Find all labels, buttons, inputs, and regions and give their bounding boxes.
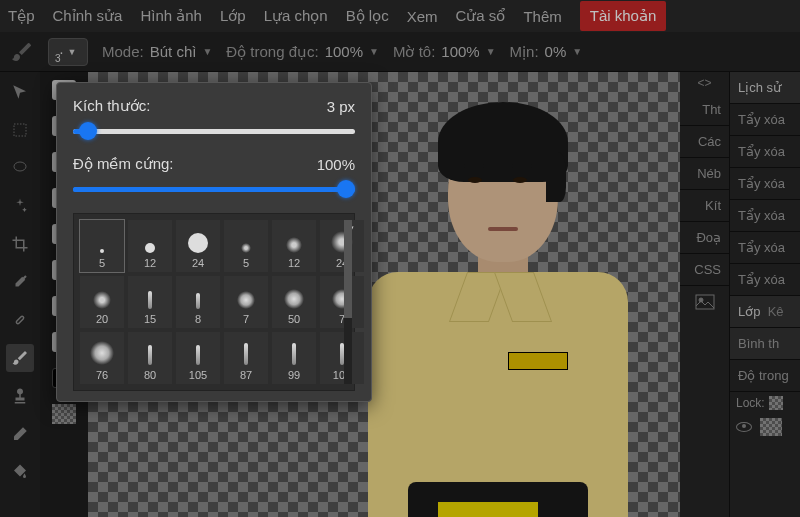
mode-select[interactable]: Mode: Bút chì ▼ [102,43,212,60]
size-value[interactable]: 3 [327,98,335,115]
menu-layer[interactable]: Lớp [220,7,246,25]
svg-point-1 [14,162,26,171]
image-icon[interactable] [680,286,729,318]
crop-tool[interactable] [6,230,34,258]
presets-scrollbar[interactable] [344,220,352,384]
hardness-label: Độ mềm cứng: [73,155,174,173]
blend-mode-select[interactable]: Bình th [730,328,800,360]
lasso-tool[interactable] [6,154,34,182]
preset-thumb[interactable] [52,404,76,424]
menu-bar: Tệp Chỉnh sửa Hình ảnh Lớp Lựa chọn Bộ l… [0,0,800,32]
layer-thumbnail [760,418,782,436]
brush-preset[interactable]: 24 [176,220,220,272]
size-slider[interactable] [73,121,355,141]
layers-panel-tabs: Lớp Kê [730,296,800,328]
svg-rect-0 [14,124,26,136]
menu-window[interactable]: Cửa sổ [456,7,506,25]
brush-preset[interactable]: 20 [80,276,124,328]
brush-presets-grid: 512245122420158750776801058799100 [80,220,348,384]
chevron-down-icon: ▼ [572,46,582,57]
flow-control[interactable]: Mờ tô: 100% ▼ [393,43,496,61]
chevron-down-icon: ▼ [202,46,212,57]
panel-tab[interactable]: CSS [680,254,729,286]
brush-size-value: 3 [55,53,61,64]
brush-preset[interactable]: 12 [128,220,172,272]
menu-image[interactable]: Hình ảnh [140,7,202,25]
brush-preset[interactable]: 7 [224,276,268,328]
brush-preset[interactable]: 76 [80,332,124,384]
brush-tool[interactable] [6,344,34,372]
layer-row[interactable] [730,414,800,440]
brush-preset[interactable]: 15 [128,276,172,328]
menu-view[interactable]: Xem [407,8,438,25]
tool-palette [0,72,40,517]
menu-file[interactable]: Tệp [8,7,35,25]
wand-tool[interactable] [6,192,34,220]
bucket-tool[interactable] [6,458,34,486]
panel-tab[interactable]: Néb [680,158,729,190]
panel-tab[interactable]: Các [680,126,729,158]
brush-preset[interactable]: 8 [176,276,220,328]
chevron-down-icon: ▼ [369,46,379,57]
menu-select[interactable]: Lựa chọn [264,7,328,25]
lock-transparency-icon[interactable] [769,396,783,410]
tab-channels[interactable]: Kê [768,304,784,319]
brush-size-dropdown[interactable]: · 3 ▼ [48,38,88,66]
svg-rect-2 [16,316,24,324]
panel-tab[interactable]: Kít [680,190,729,222]
svg-rect-3 [696,295,714,309]
right-panels: <> Tht Các Néb Kít Đoạ CSS Lịch sử Tẩy x… [680,72,800,517]
menu-edit[interactable]: Chỉnh sửa [53,7,123,25]
collapse-icon[interactable]: <> [680,72,729,94]
brush-preset[interactable]: 105 [176,332,220,384]
menu-more[interactable]: Thêm [523,8,561,25]
brush-preset[interactable]: 7 [320,276,364,328]
hardness-slider[interactable] [73,179,355,199]
brush-preset[interactable]: 5 [224,220,268,272]
history-item[interactable]: Tẩy xóa [730,136,800,168]
panel-tab[interactable]: Đoạ [680,222,729,254]
visibility-icon[interactable] [736,422,752,432]
history-panel-header[interactable]: Lịch sử [730,72,800,104]
layer-opacity[interactable]: Độ trong [730,360,800,392]
marquee-tool[interactable] [6,116,34,144]
eraser-tool[interactable] [6,420,34,448]
size-label: Kích thước: [73,97,150,115]
stamp-tool[interactable] [6,382,34,410]
brush-preset[interactable]: 99 [272,332,316,384]
hardness-value[interactable]: 100% [275,156,355,173]
brush-preset[interactable]: 24 [320,220,364,272]
lock-controls[interactable]: Lock: [730,392,800,414]
brush-preset[interactable]: 12 [272,220,316,272]
history-item[interactable]: Tẩy xóa [730,168,800,200]
brush-settings-popup: Kích thước: 3 px Độ mềm cứng: 100% 51224… [56,82,372,402]
chevron-down-icon: ▼ [486,46,496,57]
brush-preset[interactable]: 87 [224,332,268,384]
brush-preset[interactable]: 100 [320,332,364,384]
panel-tab[interactable]: Tht [680,94,729,126]
brush-preset[interactable]: 80 [128,332,172,384]
history-item[interactable]: Tẩy xóa [730,200,800,232]
menu-account[interactable]: Tài khoản [580,1,667,31]
menu-filter[interactable]: Bộ lọc [346,7,389,25]
tab-layers[interactable]: Lớp [738,304,760,319]
chevron-down-icon: ▼ [67,47,76,57]
history-item[interactable]: Tẩy xóa [730,264,800,296]
move-tool[interactable] [6,78,34,106]
opacity-control[interactable]: Độ trong đục: 100% ▼ [226,43,379,61]
heal-tool[interactable] [6,306,34,334]
options-bar: · 3 ▼ Mode: Bút chì ▼ Độ trong đục: 100%… [0,32,800,72]
brush-tool-icon [10,40,34,64]
brush-preset[interactable]: 50 [272,276,316,328]
brush-preset[interactable]: 5 [80,220,124,272]
image-content [348,102,628,517]
eyedropper-tool[interactable] [6,268,34,296]
size-unit: px [339,98,355,115]
history-item[interactable]: Tẩy xóa [730,232,800,264]
history-item[interactable]: Tẩy xóa [730,104,800,136]
smoothing-control[interactable]: Mịn: 0% ▼ [510,43,583,61]
